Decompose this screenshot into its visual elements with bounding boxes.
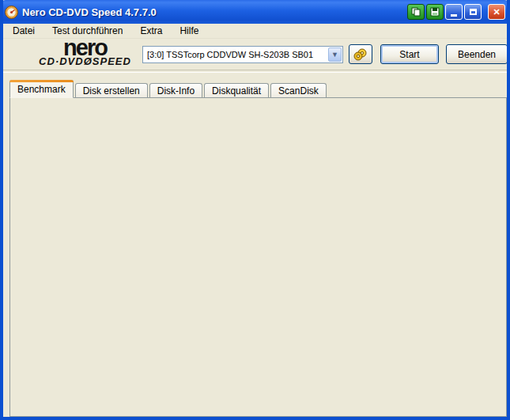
- close-icon: ✕: [493, 8, 500, 17]
- app-window: Nero CD-DVD Speed 4.7.7.0 ✕ DateiTest du…: [0, 0, 510, 420]
- start-button[interactable]: Start: [380, 44, 439, 64]
- menu-item-datei[interactable]: Datei: [13, 25, 35, 36]
- eject-disc-icon: [353, 47, 368, 62]
- tab-diskqualit-t[interactable]: Diskqualität: [204, 83, 269, 98]
- app-disc-icon: [5, 6, 18, 19]
- copy-icon: [411, 7, 421, 17]
- maximize-button[interactable]: [464, 4, 482, 20]
- minimize-icon: [451, 14, 457, 17]
- benchmark-tab-page: [9, 97, 507, 417]
- save-button[interactable]: [426, 4, 444, 20]
- window-title: Nero CD-DVD Speed 4.7.7.0: [22, 6, 406, 18]
- tab-strip: BenchmarkDisk erstellenDisk-InfoDiskqual…: [9, 80, 328, 98]
- tab-benchmark[interactable]: Benchmark: [9, 80, 74, 98]
- copy-report-button[interactable]: [407, 4, 425, 20]
- nero-logo: nero CD·DVDØSPEED: [16, 39, 154, 67]
- tab-scandisk[interactable]: ScanDisk: [270, 83, 327, 98]
- drive-selector-combobox[interactable]: [3:0] TSSTcorp CDDVDW SH-S203B SB01 ▼: [142, 46, 343, 63]
- eject-button[interactable]: [349, 44, 372, 64]
- chevron-down-icon[interactable]: ▼: [328, 47, 342, 62]
- quit-button[interactable]: Beenden: [446, 44, 508, 64]
- tab-disk-info[interactable]: Disk-Info: [149, 83, 202, 98]
- nero-logo-wordmark: nero: [16, 39, 154, 56]
- maximize-icon: [470, 9, 477, 15]
- menu-item-hilfe[interactable]: Hilfe: [179, 25, 198, 36]
- save-icon: [430, 7, 440, 17]
- nero-logo-tagline: CD·DVDØSPEED: [16, 56, 154, 67]
- menu-item-extra[interactable]: Extra: [140, 25, 162, 36]
- disc-glyph-icon: Ø: [84, 55, 93, 67]
- toolbar: nero CD·DVDØSPEED [3:0] TSSTcorp CDDVDW …: [3, 39, 507, 71]
- close-button[interactable]: ✕: [488, 4, 505, 20]
- minimize-button[interactable]: [445, 4, 463, 20]
- drive-selector-value: [3:0] TSSTcorp CDDVDW SH-S203B SB01: [143, 50, 328, 59]
- title-bar[interactable]: Nero CD-DVD Speed 4.7.7.0 ✕: [0, 0, 510, 24]
- tab-disk-erstellen[interactable]: Disk erstellen: [75, 83, 148, 98]
